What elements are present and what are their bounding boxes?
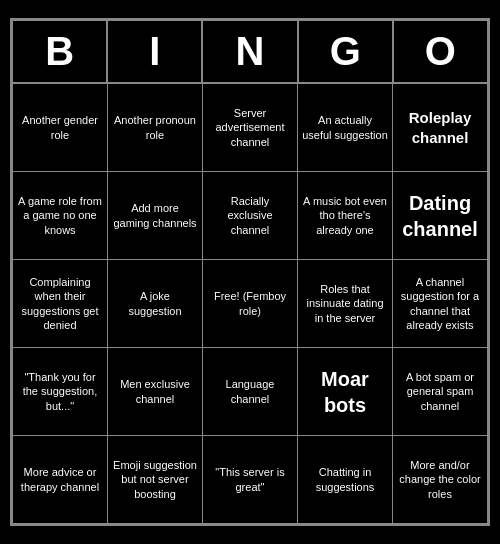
bingo-grid: Another gender roleAnother pronoun roleS… — [12, 83, 488, 524]
cell-text-13: Roles that insinuate dating in the serve… — [302, 282, 388, 325]
bingo-cell-3: An actually useful suggestion — [298, 84, 393, 172]
bingo-cell-12: Free! (Femboy role) — [203, 260, 298, 348]
bingo-cell-5: A game role from a game no one knows — [13, 172, 108, 260]
bingo-header: BINGO — [12, 20, 488, 83]
bingo-cell-18: Moar bots — [298, 348, 393, 436]
cell-text-14: A channel suggestion for a channel that … — [397, 275, 483, 332]
bingo-cell-4: Roleplay channel — [393, 84, 488, 172]
cell-text-18: Moar bots — [302, 366, 388, 418]
bingo-cell-23: Chatting in suggestions — [298, 436, 393, 524]
bingo-cell-17: Language channel — [203, 348, 298, 436]
cell-text-16: Men exclusive channel — [112, 377, 198, 406]
cell-text-24: More and/or change the color roles — [397, 458, 483, 501]
bingo-cell-8: A music bot even tho there's already one — [298, 172, 393, 260]
bingo-cell-1: Another pronoun role — [108, 84, 203, 172]
bingo-cell-2: Server advertisement channel — [203, 84, 298, 172]
cell-text-7: Racially exclusive channel — [207, 194, 293, 237]
bingo-cell-24: More and/or change the color roles — [393, 436, 488, 524]
header-letter-i: I — [107, 20, 202, 83]
bingo-cell-20: More advice or therapy channel — [13, 436, 108, 524]
cell-text-15: "Thank you for the suggestion, but..." — [17, 370, 103, 413]
bingo-cell-9: Dating channel — [393, 172, 488, 260]
bingo-cell-14: A channel suggestion for a channel that … — [393, 260, 488, 348]
cell-text-10: Complaining when their suggestions get d… — [17, 275, 103, 332]
cell-text-23: Chatting in suggestions — [302, 465, 388, 494]
cell-text-4: Roleplay channel — [397, 108, 483, 147]
cell-text-2: Server advertisement channel — [207, 106, 293, 149]
cell-text-0: Another gender role — [17, 113, 103, 142]
bingo-cell-10: Complaining when their suggestions get d… — [13, 260, 108, 348]
cell-text-6: Add more gaming channels — [112, 201, 198, 230]
bingo-cell-21: Emoji suggestion but not server boosting — [108, 436, 203, 524]
cell-text-5: A game role from a game no one knows — [17, 194, 103, 237]
bingo-cell-13: Roles that insinuate dating in the serve… — [298, 260, 393, 348]
cell-text-21: Emoji suggestion but not server boosting — [112, 458, 198, 501]
header-letter-b: B — [12, 20, 107, 83]
header-letter-g: G — [298, 20, 393, 83]
cell-text-9: Dating channel — [397, 190, 483, 242]
bingo-cell-6: Add more gaming channels — [108, 172, 203, 260]
bingo-cell-22: "This server is great" — [203, 436, 298, 524]
header-letter-o: O — [393, 20, 488, 83]
bingo-cell-16: Men exclusive channel — [108, 348, 203, 436]
cell-text-1: Another pronoun role — [112, 113, 198, 142]
bingo-cell-7: Racially exclusive channel — [203, 172, 298, 260]
bingo-cell-15: "Thank you for the suggestion, but..." — [13, 348, 108, 436]
cell-text-3: An actually useful suggestion — [302, 113, 388, 142]
bingo-cell-11: A joke suggestion — [108, 260, 203, 348]
cell-text-11: A joke suggestion — [112, 289, 198, 318]
bingo-card: BINGO Another gender roleAnother pronoun… — [10, 18, 490, 526]
cell-text-22: "This server is great" — [207, 465, 293, 494]
cell-text-19: A bot spam or general spam channel — [397, 370, 483, 413]
cell-text-20: More advice or therapy channel — [17, 465, 103, 494]
header-letter-n: N — [202, 20, 297, 83]
bingo-cell-0: Another gender role — [13, 84, 108, 172]
cell-text-12: Free! (Femboy role) — [207, 289, 293, 318]
cell-text-17: Language channel — [207, 377, 293, 406]
bingo-cell-19: A bot spam or general spam channel — [393, 348, 488, 436]
cell-text-8: A music bot even tho there's already one — [302, 194, 388, 237]
